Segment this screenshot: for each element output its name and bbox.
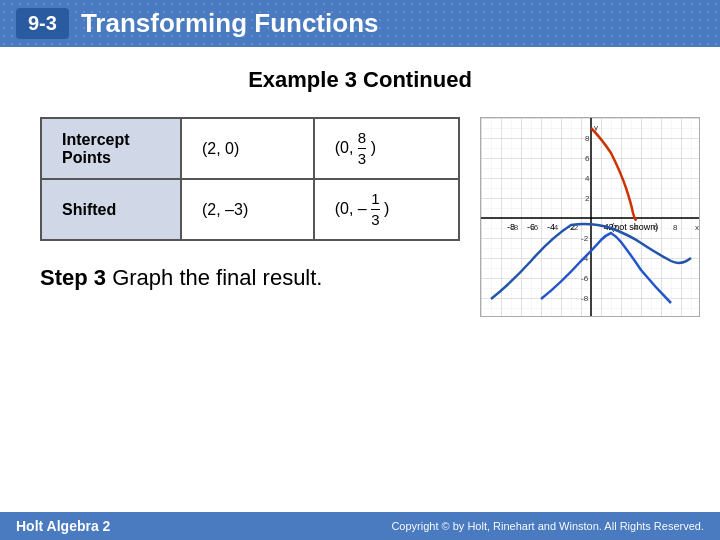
graph-container: -8 -6 -4 -2 2 4 (not shown) -8 -6 -4 -2 … <box>480 117 700 317</box>
svg-text:-8: -8 <box>511 223 519 232</box>
step3-text: Graph the final result. <box>106 265 322 290</box>
svg-text:-6: -6 <box>581 274 589 283</box>
intercept-table: Intercept Points (2, 0) (0, 8 3 ) Shifte… <box>40 117 460 241</box>
shifted-col1: (2, –3) <box>181 179 314 240</box>
svg-text:8: 8 <box>673 223 678 232</box>
denominator: 3 <box>358 149 366 168</box>
main-content: Example 3 Continued Intercept Points (2,… <box>0 47 720 337</box>
shifted-col2-prefix: (0, – <box>335 200 367 217</box>
svg-text:-4: -4 <box>551 223 559 232</box>
svg-text:8: 8 <box>585 134 590 143</box>
graph-svg: -8 -6 -4 -2 2 4 (not shown) -8 -6 -4 -2 … <box>480 117 700 317</box>
svg-text:-6: -6 <box>531 223 539 232</box>
fraction-8-3: 8 3 <box>358 129 366 168</box>
svg-text:4: 4 <box>585 174 590 183</box>
page-title: Transforming Functions <box>81 8 379 39</box>
intercept-col1: (2, 0) <box>181 118 314 179</box>
footer-right: Copyright © by Holt, Rinehart and Winsto… <box>391 520 704 532</box>
row-header-intercept: Intercept Points <box>41 118 181 179</box>
header: 9-3 Transforming Functions <box>0 0 720 47</box>
svg-text:2: 2 <box>585 194 590 203</box>
intercept-col2-suffix: ) <box>371 139 376 156</box>
example-title: Example 3 Continued <box>40 67 680 93</box>
fraction-1-3: 1 3 <box>371 190 379 229</box>
content-area: Intercept Points (2, 0) (0, 8 3 ) Shifte… <box>40 117 680 317</box>
svg-text:x: x <box>695 223 699 232</box>
svg-text:6: 6 <box>653 223 658 232</box>
svg-text:-2: -2 <box>581 234 589 243</box>
shifted-col2: (0, – 1 3 ) <box>314 179 459 240</box>
intercept-col2: (0, 8 3 ) <box>314 118 459 179</box>
table-row: Intercept Points (2, 0) (0, 8 3 ) <box>41 118 459 179</box>
numerator: 8 <box>358 129 366 149</box>
footer: Holt Algebra 2 Copyright © by Holt, Rine… <box>0 512 720 540</box>
numerator: 1 <box>371 190 379 210</box>
step3-description: Step 3 Graph the final result. <box>40 265 460 291</box>
section-badge: 9-3 <box>16 8 69 39</box>
shifted-col2-suffix: ) <box>384 200 389 217</box>
row-header-shifted: Shifted <box>41 179 181 240</box>
intercept-col2-prefix: (0, <box>335 139 358 156</box>
svg-text:4: 4 <box>633 223 638 232</box>
step3-label: Step 3 <box>40 265 106 290</box>
svg-text:4 (not shown): 4 (not shown) <box>604 222 659 232</box>
footer-left: Holt Algebra 2 <box>16 518 110 534</box>
left-content: Intercept Points (2, 0) (0, 8 3 ) Shifte… <box>40 117 460 291</box>
table-row: Shifted (2, –3) (0, – 1 3 ) <box>41 179 459 240</box>
svg-text:6: 6 <box>585 154 590 163</box>
svg-text:-8: -8 <box>581 294 589 303</box>
denominator: 3 <box>371 210 379 229</box>
